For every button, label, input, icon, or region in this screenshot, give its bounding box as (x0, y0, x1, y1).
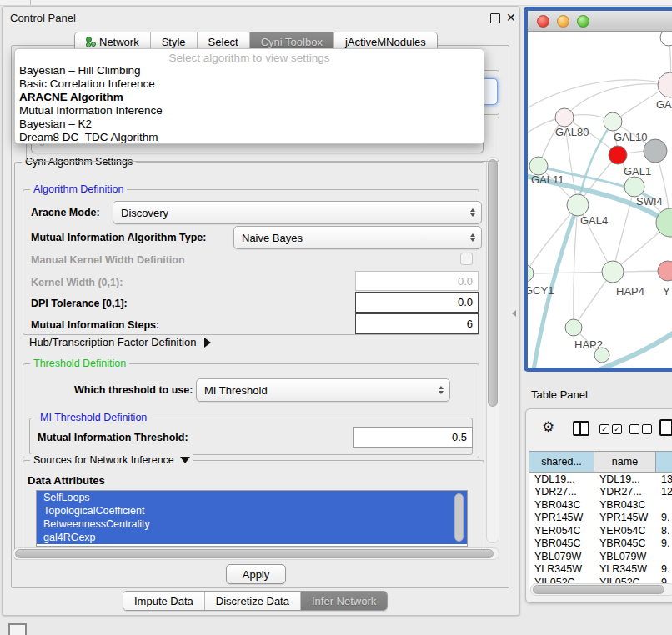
table-cell[interactable]: YBR045C (529, 538, 594, 551)
table-cell[interactable]: 13 (656, 472, 672, 486)
table-cell[interactable]: YER054C (594, 524, 656, 538)
table-cell[interactable]: 12 (656, 486, 672, 499)
table-column-header[interactable]: name (594, 451, 656, 472)
table-column-header[interactable]: shared... (529, 451, 594, 472)
table-cell[interactable]: YDR27... (529, 486, 594, 499)
tab-impute-data[interactable]: Impute Data (123, 592, 205, 610)
table-cell[interactable]: 8. (656, 524, 672, 538)
table-cell[interactable]: 9. (656, 563, 672, 577)
split-view-icon[interactable] (573, 421, 589, 436)
hub-definition-disclosure[interactable]: Hub/Transcription Factor Definition (29, 336, 211, 348)
table-cell[interactable]: YPR145W (594, 512, 656, 525)
data-attribute-item[interactable]: SelfLoops (37, 491, 467, 504)
network-node[interactable] (602, 261, 624, 282)
table-cell[interactable] (656, 550, 672, 563)
mi-type-combo[interactable]: Naive Bayes (233, 226, 482, 249)
panel-collapse-arrow-icon[interactable] (512, 310, 516, 317)
tab-label: Select (208, 36, 238, 48)
table-cell[interactable]: YBR043C (594, 498, 656, 512)
data-attributes-list[interactable]: SelfLoopsTopologicalCoefficientBetweenne… (36, 490, 468, 547)
apply-button[interactable]: Apply (226, 564, 286, 584)
close-traffic-light-icon[interactable] (537, 15, 549, 28)
table-cell[interactable]: YBR043C (529, 498, 594, 512)
table-cell[interactable]: YLR345W (529, 563, 594, 577)
data-attribute-item[interactable]: BetweennessCentrality (37, 518, 467, 531)
table-cell[interactable]: YER054C (529, 524, 594, 538)
network-node[interactable] (529, 157, 548, 175)
network-node[interactable] (658, 72, 672, 98)
tab-discretize-data[interactable]: Discretize Data (205, 592, 301, 610)
algorithm-popup-item[interactable]: ARACNE Algorithm (15, 91, 484, 104)
table-column-header[interactable]: A (656, 451, 672, 472)
settings-horizontal-scrollbar[interactable] (13, 548, 499, 560)
table-cell[interactable]: YBL079W (529, 550, 594, 563)
network-node[interactable] (565, 319, 582, 336)
aracne-mode-label: Aracne Mode: (31, 207, 100, 218)
table-cell[interactable]: YLR345W (594, 563, 656, 577)
mi-steps-field[interactable]: 6 (355, 313, 479, 334)
algorithm-popup-item[interactable]: Bayesian – K2 (15, 118, 484, 131)
settings-vertical-scrollbar-thumb[interactable] (488, 159, 498, 407)
network-node[interactable] (555, 108, 574, 127)
tab-infer-network[interactable]: Infer Network (301, 592, 387, 610)
sources-group-header[interactable]: Sources for Network Inference (30, 454, 193, 466)
algorithm-popup-item[interactable]: Basic Correlation Inference (15, 78, 484, 91)
aracne-mode-combo[interactable]: Discovery (113, 201, 482, 224)
network-edge[interactable] (574, 205, 578, 328)
float-window-icon[interactable] (490, 13, 500, 23)
table-cell[interactable]: YDR27... (594, 486, 656, 499)
which-threshold-value: MI Threshold (204, 384, 268, 397)
network-node[interactable] (624, 177, 644, 197)
network-node[interactable] (660, 32, 672, 46)
network-edge[interactable] (528, 80, 670, 111)
table-cell[interactable]: 9. (656, 538, 672, 551)
algorithm-popup-item[interactable]: Mutual Information Inference (15, 104, 484, 118)
table-cell[interactable]: YDL19... (529, 472, 594, 486)
gear-icon[interactable]: ⚙ (542, 420, 554, 434)
combo-arrows-icon (470, 208, 475, 217)
settings-horizontal-scrollbar-thumb[interactable] (15, 549, 494, 558)
zoom-traffic-light-icon[interactable] (577, 15, 589, 28)
network-node[interactable] (528, 265, 534, 282)
network-node-label: GAL10 (614, 131, 647, 143)
data-attribute-item[interactable]: gal4RGexp (37, 531, 467, 544)
table-cell[interactable] (656, 498, 672, 512)
table-panel-window: ⚙ ✓✓ shared...nameAYDL19...YDL19...13YDR… (525, 408, 672, 603)
network-node[interactable] (658, 261, 672, 281)
mi-threshold-label: Mutual Information Threshold: (38, 432, 188, 443)
manual-kernel-checkbox[interactable] (460, 252, 473, 265)
mi-threshold-value: 0.5 (452, 431, 467, 443)
threshold-definition-title: Threshold Definition (30, 358, 129, 369)
settings-vertical-scrollbar[interactable] (486, 157, 499, 543)
network-node[interactable] (604, 112, 622, 131)
table-horizontal-scrollbar-thumb[interactable] (533, 585, 664, 594)
network-node[interactable] (567, 194, 589, 216)
minimized-panel-icon[interactable] (8, 623, 27, 635)
attributes-list-scrollbar-thumb[interactable] (454, 493, 464, 542)
table-cell[interactable]: YDL19... (594, 472, 656, 486)
deselect-all-checkboxes-icon[interactable] (629, 424, 652, 434)
which-threshold-combo[interactable]: MI Threshold (196, 378, 450, 402)
network-edge[interactable] (528, 272, 613, 273)
algorithm-popup-item[interactable]: Bayesian – Hill Climbing (15, 64, 484, 78)
algorithm-popup-item[interactable]: Dream8 DC_TDC Algorithm (15, 131, 484, 144)
table-cell[interactable]: YBR045C (594, 538, 656, 551)
network-edge[interactable] (528, 205, 578, 273)
table-cell[interactable]: YPR145W (529, 512, 594, 525)
data-attribute-item[interactable]: TopologicalCoefficient (37, 504, 467, 518)
kernel-width-field[interactable]: 0.0 (355, 271, 479, 291)
network-canvas[interactable]: GALGAL80GAL10GAL1GAL11SWI4GAL4GCY1HAP4YH… (528, 32, 672, 368)
close-icon[interactable]: ✕ (506, 12, 516, 23)
minimize-traffic-light-icon[interactable] (557, 15, 569, 28)
mi-threshold-field[interactable]: 0.5 (353, 427, 473, 448)
network-node[interactable] (609, 146, 627, 164)
table-horizontal-scrollbar[interactable] (530, 583, 672, 596)
data-attributes-label: Data Attributes (28, 474, 105, 487)
dpi-tolerance-field[interactable]: 0.0 (355, 292, 479, 312)
table-cell[interactable]: YBL079W (594, 550, 656, 563)
select-all-checkboxes-icon[interactable]: ✓✓ (599, 424, 622, 434)
network-window-titlebar[interactable] (528, 11, 672, 32)
network-edge[interactable] (564, 84, 670, 118)
document-icon[interactable] (659, 419, 672, 436)
table-cell[interactable]: 9. (656, 512, 672, 525)
